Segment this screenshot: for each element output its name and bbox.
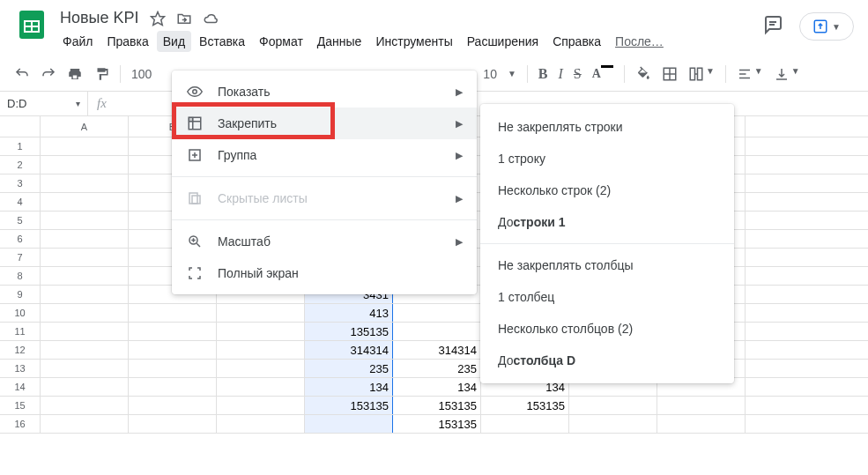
cell[interactable]: 235 [393,360,481,377]
row-header[interactable]: 7 [0,249,41,266]
row-header[interactable]: 14 [0,378,41,396]
cell[interactable] [129,341,217,359]
move-icon[interactable] [176,11,192,26]
view-menu-group[interactable]: Группа ▶ [172,139,477,171]
strikethrough-icon[interactable]: S [574,66,582,82]
paint-format-icon[interactable] [93,66,109,82]
menu-расширения[interactable]: Расширения [461,31,545,52]
cell[interactable] [217,323,305,340]
cell[interactable]: 314314 [393,341,481,359]
row-header[interactable]: 15 [0,397,41,414]
row-header[interactable]: 4 [0,193,41,211]
cell[interactable] [481,415,569,433]
cell[interactable]: 153135 [393,397,481,414]
row-header[interactable]: 9 [0,286,41,303]
freeze-one-col[interactable]: 1 столбец [480,281,734,313]
cell[interactable] [393,304,481,322]
row-header[interactable]: 13 [0,360,41,377]
row-header[interactable]: 11 [0,323,41,340]
row-header[interactable]: 3 [0,174,41,192]
cell[interactable]: 235 [305,360,393,377]
cell[interactable] [217,397,305,414]
cell[interactable] [657,397,746,414]
menu-инструменты[interactable]: Инструменты [369,31,458,52]
cell[interactable]: 134 [393,378,481,396]
cell[interactable] [129,378,217,396]
menu-правка[interactable]: Правка [100,31,154,52]
cell[interactable] [41,156,129,174]
view-menu-fullscreen[interactable]: Полный экран [172,257,477,289]
vertical-align-icon[interactable]: ▼ [774,66,800,82]
cell[interactable] [569,397,657,414]
row-header[interactable]: 2 [0,156,41,174]
cell[interactable] [41,341,129,359]
row-header[interactable]: 12 [0,341,41,359]
view-menu-zoom[interactable]: Масштаб ▶ [172,226,477,257]
cell[interactable] [41,286,129,303]
star-icon[interactable] [150,11,166,26]
cell[interactable] [41,174,129,192]
cell[interactable]: 134 [305,378,393,396]
menu-справка[interactable]: Справка [546,31,607,52]
italic-icon[interactable]: I [559,66,563,82]
merge-cells-icon[interactable]: ▼ [688,66,715,82]
cell[interactable] [129,304,217,322]
cell[interactable] [129,397,217,414]
last-edit-link[interactable]: После… [609,31,670,52]
view-menu-freeze[interactable]: Закрепить ▶ [172,108,477,139]
cell[interactable] [41,193,129,211]
cell[interactable] [569,415,657,433]
comments-icon[interactable] [762,14,783,39]
cell[interactable] [41,230,129,248]
menu-данные[interactable]: Данные [311,31,368,52]
cell[interactable] [657,415,746,433]
cell[interactable]: 153135 [305,397,393,414]
chevron-down-icon[interactable]: ▼ [508,69,516,78]
cell[interactable] [41,137,129,155]
document-title[interactable]: Новые KPI [60,9,139,27]
freeze-no-cols[interactable]: Не закреплять столбцы [480,249,734,281]
cell[interactable] [129,323,217,340]
share-button[interactable]: ▼ [799,12,854,41]
select-all-corner[interactable] [0,116,41,137]
cell[interactable] [217,415,305,433]
cell[interactable] [41,249,129,266]
cell[interactable] [41,415,129,433]
horizontal-align-icon[interactable]: ▼ [737,66,763,82]
freeze-n-cols[interactable]: Несколько столбцов (2) [480,313,734,345]
cell[interactable] [129,415,217,433]
column-header[interactable]: A [41,116,129,137]
cell[interactable]: 135135 [305,323,393,340]
cell[interactable]: 413 [305,304,393,322]
cell[interactable] [393,323,481,340]
cell[interactable]: 153135 [481,397,569,414]
font-size-value[interactable]: 10 [483,67,497,81]
sheets-logo[interactable] [14,7,49,42]
row-header[interactable]: 1 [0,137,41,155]
row-header[interactable]: 6 [0,230,41,248]
undo-icon[interactable] [14,66,30,82]
cell[interactable] [217,360,305,377]
row-header[interactable]: 16 [0,415,41,433]
freeze-one-row[interactable]: 1 строку [480,143,734,174]
menu-вид[interactable]: Вид [157,31,191,52]
name-box[interactable]: D:D ▾ [0,92,88,115]
menu-файл[interactable]: Файл [56,31,99,52]
menu-формат[interactable]: Формат [253,31,309,52]
cell[interactable] [41,267,129,285]
freeze-upto-col[interactable]: До столбца D [480,345,734,376]
cell[interactable] [217,304,305,322]
borders-icon[interactable] [662,66,678,82]
cell[interactable] [129,360,217,377]
text-color-icon[interactable]: A [592,67,613,81]
zoom-value[interactable]: 100 [131,67,152,81]
cell[interactable] [41,212,129,229]
cell[interactable] [41,378,129,396]
cell[interactable] [41,323,129,340]
bold-icon[interactable]: B [538,66,548,82]
cell[interactable] [217,341,305,359]
fill-color-icon[interactable] [635,66,651,82]
cell[interactable] [217,378,305,396]
cell[interactable] [41,397,129,414]
print-icon[interactable] [67,66,83,82]
